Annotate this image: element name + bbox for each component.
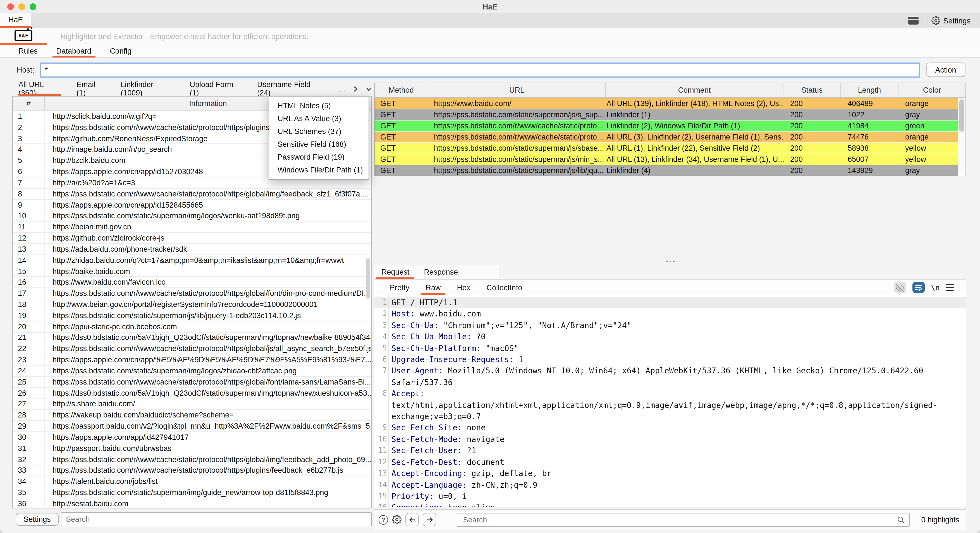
- left-tab-email-1[interactable]: Email (1): [76, 81, 105, 96]
- settings-button[interactable]: Settings: [931, 16, 970, 25]
- table-row[interactable]: 35https://pss.bdstatic.com/static/superm…: [13, 487, 371, 498]
- left-tab-upload-form-1[interactable]: Upload Form (1): [189, 81, 242, 96]
- splitter-handle[interactable]: [374, 258, 966, 265]
- header-name: Accept:: [391, 389, 425, 398]
- tab-rules[interactable]: Rules: [18, 44, 39, 57]
- close-icon[interactable]: [7, 3, 14, 10]
- right-table-scrollbar[interactable]: [958, 98, 965, 175]
- zoom-icon[interactable]: [30, 3, 36, 10]
- search-icon[interactable]: [897, 516, 904, 523]
- row-url: https://apps.apple.com/cn/app/id15284556…: [45, 201, 371, 209]
- dropdown-item-password-field-19[interactable]: Password Field (19): [269, 151, 369, 163]
- table-row[interactable]: 15https://baike.baidu.com: [13, 266, 371, 277]
- table-row[interactable]: 26https://dss0.bdstatic.com/5aV1bjqh_Q23…: [13, 388, 371, 399]
- line-number: 3: [374, 320, 387, 331]
- column-header-color[interactable]: Color: [899, 83, 966, 97]
- hae-logo-tab[interactable]: HAE: [0, 28, 47, 44]
- left-scrollbar-thumb[interactable]: [366, 259, 370, 298]
- dropdown-item-html-notes-5[interactable]: HTML Notes (5): [269, 99, 369, 112]
- table-row[interactable]: 28https://wakeup.baidu.com/baidudict/sch…: [13, 410, 371, 421]
- extension-subtitle: Highlighter and Extractor - Empower ethi…: [60, 32, 309, 40]
- next-match-button[interactable]: [423, 513, 436, 526]
- chevron-right-icon[interactable]: [352, 86, 358, 92]
- dropdown-item-url-schemes-37[interactable]: URL Schemes (37): [269, 125, 369, 138]
- left-tab-linkfinder-1009[interactable]: Linkfinder (1009): [121, 81, 174, 96]
- column-header-length[interactable]: Length: [841, 83, 899, 97]
- table-row[interactable]: 31http://passport.baidu.com/ubrwsbas: [13, 443, 371, 454]
- table-row[interactable]: GEThttps://pss.bdstatic.com/r/www/cache/…: [375, 132, 958, 143]
- header-name: Host:: [391, 309, 415, 319]
- table-row[interactable]: GEThttps://pss.bdstatic.com/static/super…: [375, 165, 958, 176]
- table-row[interactable]: 14http://zhidao.baidu.com/q?ct=17&amp;pn…: [13, 255, 371, 266]
- window-layout-icon[interactable]: [908, 17, 919, 25]
- editor-settings-gear-icon[interactable]: [392, 515, 402, 525]
- table-row[interactable]: 10https://pss.bdstatic.com/static/superm…: [13, 211, 371, 222]
- help-icon[interactable]: ?: [379, 515, 388, 524]
- viewer-tab-response[interactable]: Response: [417, 265, 465, 279]
- table-row[interactable]: 34https://talent.baidu.com/jobs/list: [13, 476, 371, 487]
- cell-color: yellow: [899, 144, 958, 152]
- table-row[interactable]: GEThttps://pss.bdstatic.com/static/super…: [375, 143, 958, 154]
- table-row[interactable]: 23https://apps.apple.com/cn/app/%E5%AE%9…: [13, 354, 371, 366]
- dropdown-item-windows-file-dir-path-1[interactable]: Windows File/Dir Path (1): [269, 163, 369, 176]
- header-name: Sec-Fetch-User:: [391, 446, 462, 455]
- column-header-method[interactable]: Method: [375, 83, 428, 97]
- editor-tab-raw[interactable]: Raw: [425, 280, 442, 295]
- editor-search-input[interactable]: [462, 515, 897, 524]
- table-row[interactable]: 22https://pss.bdstatic.com/r/www/cache/s…: [13, 344, 371, 355]
- left-tab-all-url-360[interactable]: All URL (360): [18, 81, 61, 96]
- column-header-comment[interactable]: Comment: [606, 83, 783, 97]
- table-row[interactable]: 33https://pss.bdstatic.com/r/www/cache/s…: [13, 465, 371, 476]
- table-row[interactable]: 9https://apps.apple.com/cn/app/id1528455…: [13, 200, 371, 211]
- table-row[interactable]: GEThttps://www.baidu.com/All URL (139), …: [375, 98, 958, 109]
- right-scrollbar-thumb[interactable]: [959, 99, 964, 132]
- left-tab-username-field-24[interactable]: Username Field (24): [257, 81, 322, 96]
- eye-off-button[interactable]: [894, 282, 906, 293]
- table-row[interactable]: 21https://dss0.bdstatic.com/5aV1bjqh_Q23…: [13, 332, 371, 344]
- left-search-input[interactable]: [61, 512, 372, 526]
- chevron-down-icon[interactable]: [366, 86, 372, 92]
- table-row[interactable]: 11https://beian.miit.gov.cn: [13, 222, 371, 233]
- table-row[interactable]: 13https://ada.baidu.com/phone-tracker/sd…: [13, 244, 371, 255]
- table-row[interactable]: 8https://pss.bdstatic.com/r/www/cache/st…: [13, 189, 371, 200]
- titlebar: HaE: [0, 0, 980, 13]
- host-input[interactable]: [39, 62, 920, 77]
- newline-toggle-button[interactable]: \n: [931, 283, 940, 292]
- viewer-tab-request[interactable]: Request: [374, 265, 417, 279]
- editor-tab-pretty[interactable]: Pretty: [389, 280, 411, 295]
- table-row[interactable]: 17https://pss.bdstatic.com/r/www/cache/s…: [13, 288, 371, 300]
- minimize-icon[interactable]: [18, 3, 25, 10]
- table-row[interactable]: 29https://passport.baidu.com/v2/?login&t…: [13, 421, 371, 432]
- editor-tab-collectinfo[interactable]: CollectInfo: [485, 280, 523, 295]
- column-header-number[interactable]: #: [13, 97, 45, 110]
- table-row[interactable]: 20https://ppui-static-pc.cdn.bcebos.com: [13, 321, 371, 332]
- tab-hae-extension[interactable]: HaE: [0, 13, 31, 28]
- column-header-status[interactable]: Status: [783, 83, 841, 97]
- dropdown-item-sensitive-field-168[interactable]: Sensitive Field (168): [269, 138, 369, 151]
- table-row[interactable]: 30https://apps.apple.com/app/id427941017: [13, 432, 371, 443]
- table-row[interactable]: GEThttps://pss.bdstatic.com/static/super…: [375, 154, 958, 165]
- more-ellipsis-icon[interactable]: ...: [339, 84, 345, 93]
- table-row[interactable]: GEThttps://pss.bdstatic.com/static/super…: [375, 109, 958, 121]
- request-editor[interactable]: 1GET / HTTP/1.12Host: www.baidu.com3Sec-…: [374, 295, 966, 507]
- table-row[interactable]: 25https://pss.bdstatic.com/r/www/cache/s…: [13, 377, 371, 388]
- column-header-url[interactable]: URL: [428, 83, 606, 97]
- table-row[interactable]: 36http://sestat.baidu.com: [13, 498, 371, 508]
- table-row[interactable]: GEThttps://pss.bdstatic.com/r/www/cache/…: [375, 121, 958, 132]
- table-row[interactable]: 24https://pss.bdstatic.com/static/superm…: [13, 366, 371, 377]
- table-row[interactable]: 16https://www.baidu.com/favicon.ico: [13, 277, 371, 288]
- dropdown-item-url-as-a-value-3[interactable]: URL As A Value (3): [269, 112, 369, 125]
- tab-config[interactable]: Config: [108, 44, 133, 57]
- editor-tab-hex[interactable]: Hex: [456, 280, 472, 295]
- left-settings-button[interactable]: Settings: [16, 513, 59, 526]
- wrap-lines-button[interactable]: [912, 282, 924, 293]
- action-button[interactable]: Action: [926, 62, 965, 77]
- table-row[interactable]: 18http://www.beian.gov.cn/portal/registe…: [13, 299, 371, 310]
- table-row[interactable]: 32https://pss.bdstatic.com/r/www/cache/s…: [13, 454, 371, 465]
- tab-databoard[interactable]: Databoard: [55, 44, 92, 57]
- table-row[interactable]: 19https://pss.bdstatic.com/static/superm…: [13, 310, 371, 322]
- table-row[interactable]: 12https://github.com/zloirock/core-js: [13, 233, 371, 244]
- prev-match-button[interactable]: [406, 513, 419, 526]
- table-row[interactable]: 27http://s.share.baidu.com/: [13, 399, 371, 410]
- menu-icon[interactable]: [946, 284, 954, 291]
